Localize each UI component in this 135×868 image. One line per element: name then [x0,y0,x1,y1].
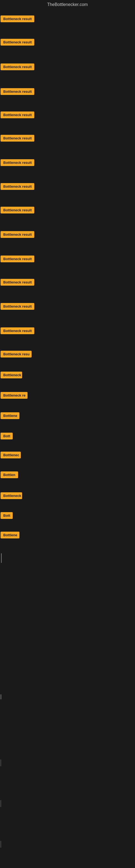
bottleneck-item-15: Bottleneck resu [1,351,32,359]
bottleneck-item-18: Bottlene [1,412,19,420]
bottleneck-item-16: Bottleneck [1,372,22,379]
bottom-line-3 [1,841,1,848]
bottleneck-badge-3[interactable]: Bottleneck result [1,63,34,70]
bottleneck-item-21: Bottlen [1,471,18,479]
bottleneck-item-3: Bottleneck result [1,63,34,71]
bottleneck-badge-9[interactable]: Bottleneck result [1,207,34,214]
bottleneck-badge-5[interactable]: Bottleneck result [1,112,34,118]
bottleneck-item-22: Bottleneck [1,492,22,500]
bottleneck-item-17: Bottleneck re [1,392,28,400]
bottleneck-badge-24[interactable]: Bottlene [1,532,19,538]
bottleneck-item-2: Bottleneck result [1,39,34,46]
bottleneck-badge-12[interactable]: Bottleneck result [1,279,34,286]
bottleneck-badge-17[interactable]: Bottleneck re [1,392,28,399]
bottleneck-badge-8[interactable]: Bottleneck result [1,183,34,190]
bottleneck-badge-2[interactable]: Bottleneck result [1,39,34,45]
bottleneck-badge-10[interactable]: Bottleneck result [1,231,34,238]
page-container: TheBottlenecker.com Bottleneck resultBot… [0,0,135,868]
bottleneck-item-4: Bottleneck result [1,88,34,96]
bottleneck-badge-22[interactable]: Bottleneck [1,492,22,499]
bottleneck-badge-23[interactable]: Bott [1,512,13,519]
bottleneck-item-6: Bottleneck result [1,135,34,143]
bottleneck-item-23: Bott [1,512,13,520]
bottleneck-item-1: Bottleneck result [1,16,34,23]
bottleneck-item-10: Bottleneck result [1,231,34,239]
bottleneck-badge-1[interactable]: Bottleneck result [1,16,34,22]
bottleneck-badge-4[interactable]: Bottleneck result [1,88,34,95]
bottleneck-badge-19[interactable]: Bott [1,433,13,439]
bottom-line-1 [1,760,1,766]
bottleneck-item-24: Bottlene [1,532,19,539]
small-marker [1,694,1,699]
bottleneck-item-13: Bottleneck result [1,303,34,311]
vertical-marker [1,553,2,563]
bottleneck-item-11: Bottleneck result [1,255,34,264]
bottleneck-badge-20[interactable]: Bottlenec [1,452,21,458]
bottleneck-item-8: Bottleneck result [1,183,34,191]
bottleneck-item-19: Bott [1,433,13,440]
bottleneck-badge-16[interactable]: Bottleneck [1,372,22,378]
bottleneck-badge-21[interactable]: Bottlen [1,471,18,478]
bottleneck-item-14: Bottleneck result [1,328,34,335]
bottleneck-item-9: Bottleneck result [1,207,34,215]
bottleneck-badge-13[interactable]: Bottleneck result [1,303,34,310]
bottleneck-item-20: Bottlenec [1,452,21,460]
bottleneck-badge-15[interactable]: Bottleneck resu [1,351,32,358]
bottleneck-badge-14[interactable]: Bottleneck result [1,328,34,334]
bottleneck-item-12: Bottleneck result [1,279,34,287]
bottleneck-badge-6[interactable]: Bottleneck result [1,135,34,142]
bottleneck-item-5: Bottleneck result [1,112,34,119]
bottleneck-badge-7[interactable]: Bottleneck result [1,159,34,166]
bottom-line-2 [1,800,1,807]
bottleneck-badge-18[interactable]: Bottlene [1,412,19,419]
site-title: TheBottlenecker.com [0,0,135,10]
bottleneck-item-7: Bottleneck result [1,159,34,167]
bottleneck-badge-11[interactable]: Bottleneck result [1,255,34,262]
